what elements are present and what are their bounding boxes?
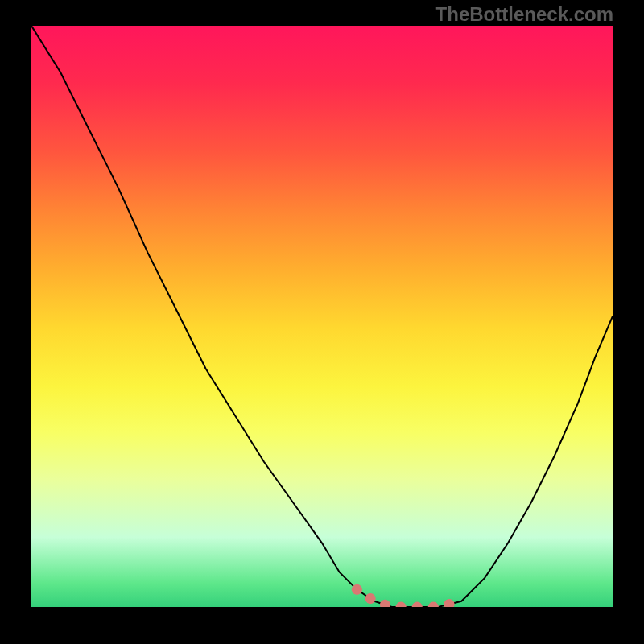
chart-svg xyxy=(31,26,613,607)
chart-plot-area xyxy=(31,26,613,607)
series-optimal-band xyxy=(357,589,461,607)
chart-stage: TheBottleneck.com xyxy=(0,0,644,644)
series-curve xyxy=(31,26,613,607)
attribution-label: TheBottleneck.com xyxy=(436,3,613,26)
